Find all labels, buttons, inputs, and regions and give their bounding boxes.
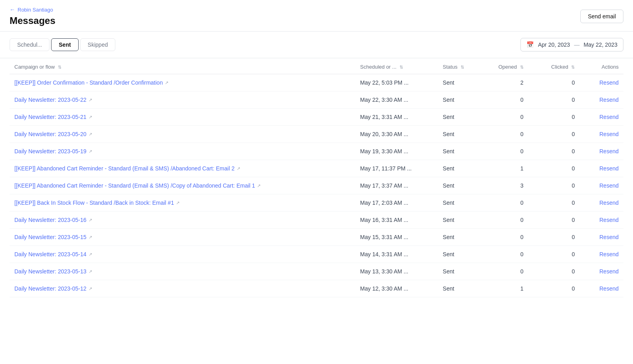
- table-row: [[KEEP]] Abandoned Cart Reminder - Stand…: [10, 177, 623, 194]
- campaign-cell: Daily Newsletter: 2023-05-16↗: [10, 212, 355, 229]
- scheduled-cell: May 17, 3:37 AM ...: [355, 177, 438, 194]
- resend-link[interactable]: Resend: [599, 131, 619, 137]
- resend-link[interactable]: Resend: [599, 79, 619, 86]
- campaign-link[interactable]: Daily Newsletter: 2023-05-13↗: [14, 268, 92, 275]
- tab-sent[interactable]: Sent: [51, 38, 78, 51]
- campaign-link[interactable]: Daily Newsletter: 2023-05-20↗: [14, 131, 92, 137]
- campaign-cell: Daily Newsletter: 2023-05-19↗: [10, 143, 355, 160]
- scheduled-cell: May 19, 3:30 AM ...: [355, 143, 438, 160]
- campaign-cell: Daily Newsletter: 2023-05-13↗: [10, 263, 355, 280]
- actions-cell: Resend: [584, 280, 623, 297]
- back-link[interactable]: ← Robin Santiago: [10, 6, 53, 13]
- campaign-link[interactable]: Daily Newsletter: 2023-05-22↗: [14, 97, 92, 103]
- opened-cell: 2: [480, 74, 533, 91]
- campaign-cell: Daily Newsletter: 2023-05-20↗: [10, 126, 355, 143]
- opened-cell: 0: [480, 229, 533, 246]
- actions-cell: Resend: [584, 109, 623, 126]
- table-row: [[KEEP]] Back In Stock Flow - Standard /…: [10, 194, 623, 212]
- clicked-cell: 0: [533, 109, 585, 126]
- clicked-cell: 0: [533, 212, 585, 229]
- resend-link[interactable]: Resend: [599, 97, 619, 103]
- campaign-cell: [[KEEP]] Order Confirmation - Standard /…: [10, 74, 355, 91]
- resend-link[interactable]: Resend: [599, 268, 619, 275]
- status-cell: Sent: [438, 177, 480, 194]
- tab-skipped[interactable]: Skipped: [80, 38, 116, 51]
- back-arrow-icon: ←: [10, 6, 15, 13]
- col-header-actions: Actions: [584, 58, 623, 74]
- scheduled-cell: May 13, 3:30 AM ...: [355, 263, 438, 280]
- actions-cell: Resend: [584, 212, 623, 229]
- resend-link[interactable]: Resend: [599, 182, 619, 189]
- date-range-picker[interactable]: 📅 Apr 20, 2023 — May 22, 2023: [520, 38, 623, 51]
- campaign-link[interactable]: Daily Newsletter: 2023-05-15↗: [14, 234, 92, 240]
- date-end: May 22, 2023: [584, 42, 617, 48]
- external-link-icon: ↗: [89, 252, 92, 257]
- status-cell: Sent: [438, 91, 480, 109]
- scheduled-cell: May 14, 3:31 AM ...: [355, 246, 438, 263]
- clicked-cell: 0: [533, 126, 585, 143]
- campaign-link[interactable]: [[KEEP]] Abandoned Cart Reminder - Stand…: [14, 165, 240, 172]
- scheduled-cell: May 17, 2:03 AM ...: [355, 194, 438, 212]
- opened-cell: 0: [480, 143, 533, 160]
- external-link-icon: ↗: [89, 149, 92, 154]
- table-row: Daily Newsletter: 2023-05-14↗May 14, 3:3…: [10, 246, 623, 263]
- resend-link[interactable]: Resend: [599, 285, 619, 292]
- col-header-scheduled[interactable]: Scheduled or ... ⇅: [355, 58, 438, 74]
- table-row: [[KEEP]] Order Confirmation - Standard /…: [10, 74, 623, 91]
- scheduled-cell: May 21, 3:31 AM ...: [355, 109, 438, 126]
- external-link-icon: ↗: [89, 269, 92, 274]
- table-header-row: Campaign or flow ⇅Scheduled or ... ⇅Stat…: [10, 58, 623, 74]
- actions-cell: Resend: [584, 263, 623, 280]
- clicked-cell: 0: [533, 263, 585, 280]
- resend-link[interactable]: Resend: [599, 200, 619, 206]
- external-link-icon: ↗: [165, 80, 168, 85]
- campaign-link[interactable]: Daily Newsletter: 2023-05-19↗: [14, 148, 92, 154]
- clicked-cell: 0: [533, 246, 585, 263]
- resend-link[interactable]: Resend: [599, 165, 619, 172]
- campaign-cell: [[KEEP]] Back In Stock Flow - Standard /…: [10, 194, 355, 212]
- scheduled-cell: May 20, 3:30 AM ...: [355, 126, 438, 143]
- col-header-campaign[interactable]: Campaign or flow ⇅: [10, 58, 355, 74]
- tab-group: Schedul...SentSkipped: [10, 38, 115, 51]
- resend-link[interactable]: Resend: [599, 234, 619, 240]
- resend-link[interactable]: Resend: [599, 148, 619, 154]
- col-header-opened[interactable]: Opened ⇅: [480, 58, 533, 74]
- clicked-cell: 0: [533, 160, 585, 177]
- campaign-link[interactable]: Daily Newsletter: 2023-05-14↗: [14, 251, 92, 257]
- actions-cell: Resend: [584, 229, 623, 246]
- resend-link[interactable]: Resend: [599, 217, 619, 223]
- campaign-link[interactable]: Daily Newsletter: 2023-05-12↗: [14, 285, 92, 292]
- clicked-cell: 0: [533, 74, 585, 91]
- resend-link[interactable]: Resend: [599, 114, 619, 120]
- clicked-cell: 0: [533, 91, 585, 109]
- campaign-link[interactable]: [[KEEP]] Back In Stock Flow - Standard /…: [14, 200, 180, 206]
- table-row: Daily Newsletter: 2023-05-12↗May 12, 3:3…: [10, 280, 623, 297]
- status-cell: Sent: [438, 229, 480, 246]
- clicked-cell: 0: [533, 194, 585, 212]
- col-header-status[interactable]: Status ⇅: [438, 58, 480, 74]
- campaign-cell: [[KEEP]] Abandoned Cart Reminder - Stand…: [10, 160, 355, 177]
- actions-cell: Resend: [584, 91, 623, 109]
- col-header-clicked[interactable]: Clicked ⇅: [533, 58, 585, 74]
- opened-cell: 0: [480, 126, 533, 143]
- status-cell: Sent: [438, 263, 480, 280]
- clicked-cell: 0: [533, 280, 585, 297]
- status-cell: Sent: [438, 109, 480, 126]
- actions-cell: Resend: [584, 160, 623, 177]
- campaign-cell: Daily Newsletter: 2023-05-22↗: [10, 91, 355, 109]
- actions-cell: Resend: [584, 177, 623, 194]
- campaign-link[interactable]: Daily Newsletter: 2023-05-21↗: [14, 114, 92, 120]
- status-cell: Sent: [438, 194, 480, 212]
- opened-cell: 3: [480, 177, 533, 194]
- scheduled-cell: May 17, 11:37 PM ...: [355, 160, 438, 177]
- opened-cell: 1: [480, 280, 533, 297]
- campaign-link[interactable]: [[KEEP]] Abandoned Cart Reminder - Stand…: [14, 182, 261, 189]
- campaign-link[interactable]: Daily Newsletter: 2023-05-16↗: [14, 217, 92, 223]
- send-email-button[interactable]: Send email: [580, 10, 623, 23]
- opened-cell: 1: [480, 160, 533, 177]
- campaign-cell: Daily Newsletter: 2023-05-12↗: [10, 280, 355, 297]
- resend-link[interactable]: Resend: [599, 251, 619, 257]
- tab-scheduled[interactable]: Schedul...: [10, 38, 49, 51]
- campaign-link[interactable]: [[KEEP]] Order Confirmation - Standard /…: [14, 79, 168, 86]
- external-link-icon: ↗: [89, 235, 92, 240]
